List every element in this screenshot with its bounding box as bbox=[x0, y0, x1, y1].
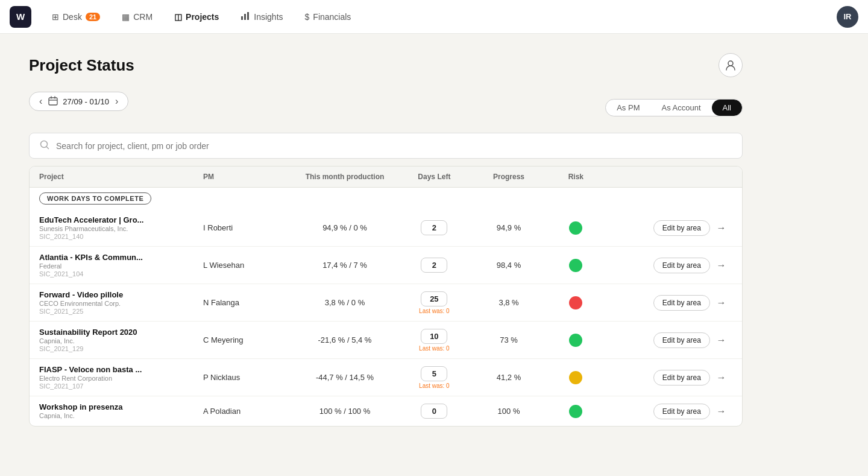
col-header-nav bbox=[710, 173, 732, 181]
days-box: 10 bbox=[421, 329, 447, 344]
nav-label-crm: CRM bbox=[133, 12, 153, 22]
nav-label-insights: Insights bbox=[254, 12, 283, 22]
group-label-row: WORK DAYS TO COMPLETE bbox=[30, 188, 742, 209]
col-header-days: Days Left bbox=[397, 173, 472, 181]
edit-by-area-button[interactable]: Edit by area bbox=[653, 220, 710, 236]
row-arrow-cell: → bbox=[710, 372, 732, 383]
progress-value: 73 % bbox=[471, 335, 546, 344]
edit-by-area-button[interactable]: Edit by area bbox=[653, 332, 710, 348]
project-name: Atlantia - KPIs & Commun... bbox=[39, 253, 203, 262]
row-arrow-button[interactable]: → bbox=[716, 406, 726, 417]
project-info: EduTech Accelerator | Gro... Sunesis Pha… bbox=[39, 215, 203, 240]
days-box: 25 bbox=[421, 291, 447, 306]
action-cell: Edit by area bbox=[606, 332, 710, 348]
project-client: Federal bbox=[39, 262, 203, 270]
project-client: Capnia, Inc. bbox=[39, 412, 203, 419]
crm-icon: ▦ bbox=[122, 12, 130, 22]
project-id: SIC_2021_104 bbox=[39, 270, 203, 278]
logo-button[interactable]: W bbox=[10, 6, 31, 28]
row-arrow-button[interactable]: → bbox=[716, 223, 726, 233]
svg-point-3 bbox=[728, 61, 733, 66]
col-header-project: Project bbox=[39, 173, 203, 181]
view-all-button[interactable]: All bbox=[712, 100, 742, 116]
desk-badge: 21 bbox=[86, 13, 100, 21]
view-toggle: As PM As Account All bbox=[605, 99, 743, 116]
days-left-cell: 5 Last was: 0 bbox=[397, 366, 472, 389]
nav-label-financials: Financials bbox=[313, 12, 351, 22]
action-cell: Edit by area bbox=[606, 220, 710, 236]
production-value: -44,7 % / 14,5 % bbox=[292, 373, 397, 382]
table-row: Sustainability Report 2020 Capnia, Inc. … bbox=[30, 322, 742, 359]
progress-value: 41,2 % bbox=[471, 373, 546, 382]
projects-icon: ◫ bbox=[174, 12, 182, 22]
edit-by-area-button[interactable]: Edit by area bbox=[653, 258, 710, 273]
view-as-pm-button[interactable]: As PM bbox=[606, 100, 650, 116]
group-badge: WORK DAYS TO COMPLETE bbox=[39, 192, 151, 205]
row-arrow-cell: → bbox=[710, 406, 732, 417]
nav-item-insights[interactable]: Insights bbox=[232, 7, 291, 26]
project-name: Sustainability Report 2020 bbox=[39, 328, 203, 337]
person-icon-button[interactable] bbox=[719, 53, 743, 77]
search-bar[interactable] bbox=[29, 133, 743, 159]
table-header: Project PM This month production Days Le… bbox=[30, 167, 742, 188]
col-header-production: This month production bbox=[292, 173, 397, 181]
action-cell: Edit by area bbox=[606, 370, 710, 386]
controls-row: ‹ 27/09 - 01/10 › As PM As Account All bbox=[29, 92, 743, 123]
calendar-icon bbox=[48, 96, 58, 107]
days-left-cell: 10 Last was: 0 bbox=[397, 329, 472, 352]
col-header-actions bbox=[606, 173, 710, 181]
next-date-button[interactable]: › bbox=[112, 95, 122, 108]
nav-item-desk[interactable]: ⊞ Desk 21 bbox=[43, 8, 108, 25]
production-value: 17,4 % / 7 % bbox=[292, 261, 397, 270]
days-left-cell: 25 Last was: 0 bbox=[397, 291, 472, 314]
edit-by-area-button[interactable]: Edit by area bbox=[653, 404, 710, 419]
financials-icon: $ bbox=[305, 12, 310, 22]
days-left-cell: 0 bbox=[397, 404, 472, 419]
risk-indicator bbox=[546, 259, 606, 272]
row-arrow-button[interactable]: → bbox=[716, 335, 726, 346]
row-arrow-button[interactable]: → bbox=[716, 260, 726, 271]
table-row: EduTech Accelerator | Gro... Sunesis Pha… bbox=[30, 209, 742, 247]
row-arrow-cell: → bbox=[710, 335, 732, 346]
row-arrow-cell: → bbox=[710, 223, 732, 233]
risk-indicator bbox=[546, 405, 606, 418]
project-client: Electro Rent Corporation bbox=[39, 375, 203, 382]
action-cell: Edit by area bbox=[606, 404, 710, 419]
production-value: 100 % / 100 % bbox=[292, 407, 397, 416]
page-header: Project Status bbox=[29, 53, 743, 77]
project-info: Workshop in presenza Capnia, Inc. bbox=[39, 402, 203, 420]
project-info: FIASP - Veloce non basta ... Electro Ren… bbox=[39, 365, 203, 390]
edit-by-area-button[interactable]: Edit by area bbox=[653, 295, 710, 311]
days-last-was: Last was: 0 bbox=[419, 345, 450, 352]
days-last-was: Last was: 0 bbox=[419, 308, 450, 314]
svg-rect-2 bbox=[247, 12, 249, 20]
date-navigator[interactable]: ‹ 27/09 - 01/10 › bbox=[29, 92, 128, 111]
svg-rect-0 bbox=[241, 16, 243, 20]
progress-value: 98,4 % bbox=[471, 261, 546, 270]
progress-value: 94,9 % bbox=[471, 223, 546, 232]
view-as-account-button[interactable]: As Account bbox=[651, 100, 712, 116]
risk-dot-red bbox=[569, 296, 582, 309]
prev-date-button[interactable]: ‹ bbox=[36, 95, 46, 108]
days-box: 2 bbox=[421, 220, 447, 235]
search-icon bbox=[39, 139, 50, 152]
search-input[interactable] bbox=[56, 141, 732, 151]
project-id: SIC_2021_107 bbox=[39, 382, 203, 390]
row-arrow-button[interactable]: → bbox=[716, 297, 726, 308]
risk-dot-green bbox=[569, 259, 582, 272]
user-avatar[interactable]: IR bbox=[837, 6, 858, 28]
risk-indicator bbox=[546, 296, 606, 309]
risk-dot-yellow bbox=[569, 371, 582, 384]
pm-name: L Wiesehan bbox=[203, 261, 292, 270]
edit-by-area-button[interactable]: Edit by area bbox=[653, 370, 710, 386]
nav-item-crm[interactable]: ▦ CRM bbox=[113, 8, 161, 25]
project-info: Sustainability Report 2020 Capnia, Inc. … bbox=[39, 328, 203, 352]
pm-name: I Roberti bbox=[203, 223, 292, 232]
nav-item-financials[interactable]: $ Financials bbox=[297, 8, 360, 25]
project-id: SIC_2021_140 bbox=[39, 233, 203, 240]
risk-dot-green bbox=[569, 334, 582, 347]
risk-indicator bbox=[546, 371, 606, 384]
row-arrow-button[interactable]: → bbox=[716, 372, 726, 383]
days-left-cell: 2 bbox=[397, 258, 472, 273]
nav-item-projects[interactable]: ◫ Projects bbox=[166, 8, 227, 25]
